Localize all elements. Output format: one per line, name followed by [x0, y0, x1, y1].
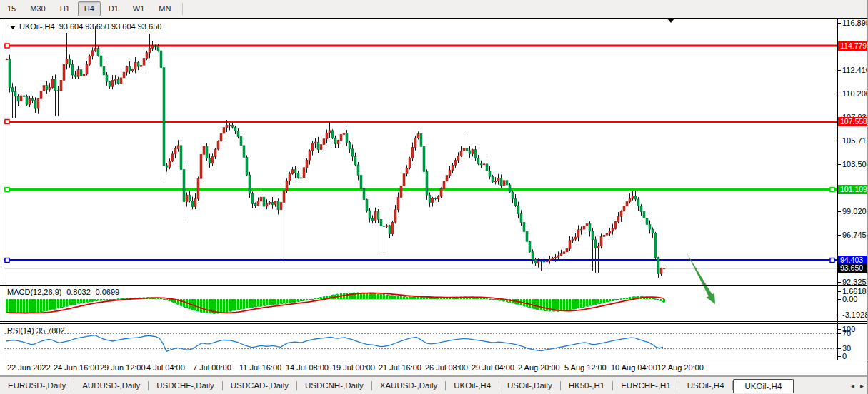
line-handle[interactable] — [5, 258, 9, 263]
chart-left-border — [4, 18, 4, 360]
window-left-border — [1, 18, 1, 360]
price-tick-label: 112.410 — [842, 66, 868, 74]
axis-tick — [837, 329, 841, 330]
axis-tick — [837, 299, 841, 300]
main-panel-bottom-border — [0, 283, 868, 283]
line-handle[interactable] — [5, 120, 9, 124]
macd-tick-label: -3.1928 — [842, 310, 868, 319]
time-tick-label: 29 Jul 04:00 — [472, 363, 514, 372]
line-handle[interactable] — [5, 188, 9, 192]
time-tick-label: 24 Jun 16:00 — [54, 363, 99, 372]
price-level-badge: 101.109 — [838, 185, 868, 194]
price-tick-label: 92.325 — [842, 278, 867, 286]
rsi-indicator-label: RSI(14) 35.7802 — [7, 326, 65, 335]
chart-top-border — [0, 18, 868, 19]
chart-tab-usoil-h4[interactable]: USOil-,H4 — [679, 379, 732, 392]
chart-tab-xauusd-daily[interactable]: XAUUSD-,Daily — [372, 379, 446, 392]
price-tick-label: 99.020 — [842, 207, 867, 216]
axis-tick — [837, 291, 841, 292]
macd-indicator-label: MACD(12,26,9) -0.8032 -0.0699 — [7, 288, 119, 296]
axis-tick — [837, 23, 841, 24]
tab-scroll-right-icon[interactable]: ▸ — [860, 382, 864, 390]
time-axis[interactable]: 22 Jun 202224 Jun 16:0029 Jun 12:004 Jul… — [0, 360, 868, 375]
chart-shift-marker[interactable] — [667, 19, 674, 23]
chevron-down-icon[interactable] — [10, 26, 16, 29]
time-tick-label: 2 Aug 20:00 — [518, 363, 560, 372]
axis-tick — [837, 348, 841, 349]
price-level-badge: 114.779 — [838, 41, 868, 51]
price-tick-label: 105.715 — [842, 136, 868, 145]
chart-tab-usdcnh-daily[interactable]: USDCNH-,Daily — [297, 379, 371, 392]
time-tick-label: 22 Jun 2022 — [7, 363, 51, 372]
axis-tick — [837, 164, 841, 165]
tab-scroll-nav: ◂▸ — [851, 382, 864, 390]
time-tick-label: 10 Aug 04:00 — [611, 363, 657, 372]
chart-tab-hk50-h1[interactable]: HK50-,H1 — [561, 379, 613, 392]
trading-terminal-window: 15M30H1H4D1W1MN UKOil-,H4 93.604 93.650 … — [0, 0, 868, 394]
time-tick-label: 12 Aug 20:00 — [657, 363, 704, 372]
time-tick-label: 11 Jul 16:00 — [239, 363, 281, 372]
axis-tick — [837, 141, 841, 141]
time-tick-label: 21 Jul 16:00 — [379, 363, 421, 372]
axis-tick — [837, 282, 841, 283]
time-tick-label: 7 Jul 00:00 — [193, 363, 231, 372]
panel-divider[interactable] — [0, 323, 868, 324]
chart-tab-ukoil-h4[interactable]: UKOil-,H4 — [733, 379, 794, 393]
rsi-tick-label: 0 — [842, 352, 847, 360]
axis-tick — [837, 211, 841, 212]
price-tick-label: 110.200 — [842, 89, 868, 98]
axis-tick — [837, 70, 841, 71]
rsi-tick-label: 70 — [842, 329, 851, 338]
price-tick-label: 103.505 — [842, 160, 868, 168]
chart-tab-ukoil-h4[interactable]: UKOil-,H4 — [446, 379, 499, 392]
chart-tab-usdcad-daily[interactable]: USDCAD-,Daily — [223, 379, 296, 392]
macd-tick-label: 0.00 — [842, 295, 857, 303]
axis-tick — [837, 315, 841, 315]
time-tick-label: 26 Jul 08:00 — [425, 363, 468, 372]
chart-ohlc-values: 93.604 93.650 93.604 93.650 — [59, 22, 162, 31]
chart-title: UKOil-,H4 93.604 93.650 93.604 93.650 — [10, 22, 161, 31]
chart-tab-bar: EURUSD-,DailyAUDUSD-,DailyUSDCHF-,DailyU… — [0, 376, 868, 394]
chart-tab-audusd-daily[interactable]: AUDUSD-,Daily — [74, 379, 148, 392]
time-tick-label: 4 Jul 04:00 — [146, 363, 185, 372]
axis-tick — [837, 235, 841, 236]
time-tick-label: 29 Jun 12:00 — [100, 363, 146, 372]
time-tick-label: 14 Jul 08:00 — [286, 363, 329, 372]
price-tick-label: 116.895 — [842, 19, 868, 27]
axis-tick — [837, 94, 841, 94]
line-handle[interactable] — [830, 258, 834, 263]
time-tick-label: 19 Jul 00:00 — [332, 363, 375, 372]
price-level-badge: 107.558 — [838, 117, 868, 126]
chart-plot-area[interactable] — [0, 0, 868, 394]
chart-tab-eurusd-daily[interactable]: EURUSD-,Daily — [0, 379, 74, 392]
axis-tick — [837, 333, 841, 334]
axis-tick — [837, 356, 841, 357]
candles-layer[interactable] — [6, 26, 665, 278]
current-price-badge: 93.650 — [838, 263, 868, 273]
chart-symbol-label: UKOil-,H4 — [19, 22, 55, 31]
time-tick-label: 5 Aug 12:00 — [564, 363, 607, 372]
macd-panel-bottom-border — [0, 321, 868, 322]
panel-divider[interactable] — [0, 285, 868, 286]
chart-tab-usdchf-daily[interactable]: USDCHF-,Daily — [149, 379, 222, 392]
line-handle[interactable] — [830, 188, 834, 192]
price-tick-label: 96.745 — [842, 231, 867, 239]
chart-tab-eurchf-h1[interactable]: EURCHF-,H1 — [613, 379, 679, 392]
chart-tab-usoil-daily[interactable]: USOil-,Daily — [499, 379, 560, 392]
tab-scroll-left-icon[interactable]: ◂ — [851, 382, 854, 390]
line-handle[interactable] — [5, 44, 9, 48]
